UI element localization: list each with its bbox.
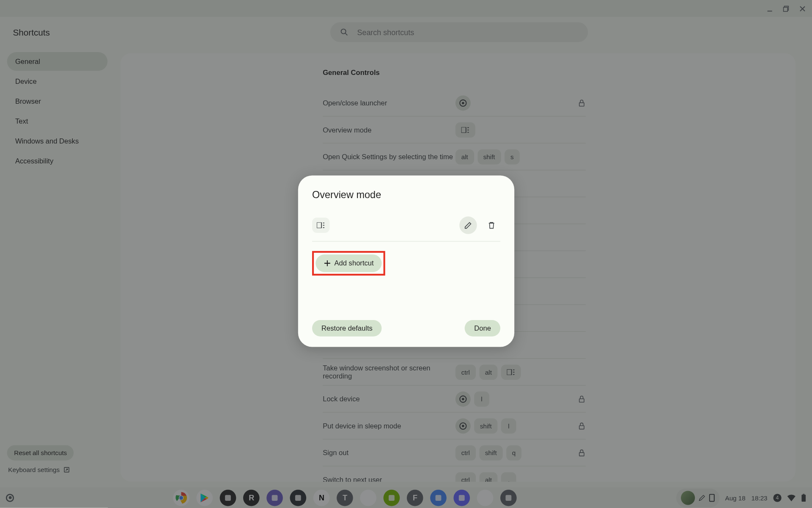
trash-icon	[488, 221, 496, 229]
highlight-annotation: Add shortcut	[312, 251, 385, 276]
edit-shortcut-button[interactable]	[459, 216, 477, 234]
delete-shortcut-button[interactable]	[483, 216, 500, 234]
modal-overlay[interactable]: Overview mode Add shortcut Restore defau…	[0, 0, 812, 508]
svg-rect-28	[317, 222, 321, 228]
plus-icon	[324, 260, 331, 267]
launcher-button[interactable]	[6, 494, 14, 502]
restore-defaults-button[interactable]: Restore defaults	[312, 320, 382, 337]
done-button[interactable]: Done	[465, 320, 500, 337]
add-shortcut-label: Add shortcut	[335, 259, 374, 267]
dialog-title: Overview mode	[312, 190, 500, 202]
overview-mode-dialog: Overview mode Add shortcut Restore defau…	[298, 176, 514, 347]
add-shortcut-button[interactable]: Add shortcut	[315, 254, 382, 272]
pencil-icon	[464, 221, 472, 229]
overview-key-icon	[312, 218, 329, 233]
